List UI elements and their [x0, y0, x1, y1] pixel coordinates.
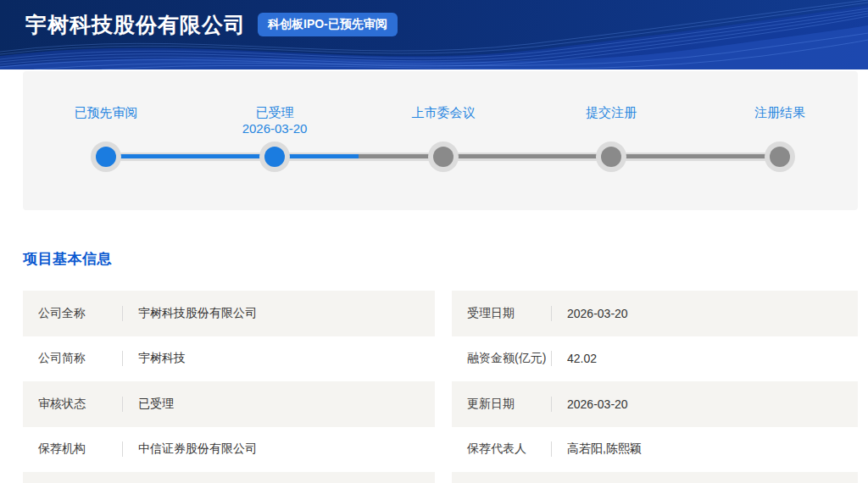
field-label: 保荐机构	[23, 441, 122, 457]
basic-info-table-left: 公司全称 宇树科技股份有限公司 公司简称 宇树科技 审核状态 已受理 保荐机构 …	[23, 291, 435, 483]
field-value: 高若阳,陈熙颖	[552, 441, 642, 457]
field-label: 受理日期	[452, 306, 551, 321]
field-label: 保荐代表人	[452, 441, 551, 457]
ipo-progress-timeline: 已预先审阅 已受理 2026-03-20 上市委会议 提交注册 注册结果	[23, 71, 858, 210]
section-title-basic-info: 项目基本信息	[23, 249, 112, 269]
table-row: 保荐代表人 高若阳,陈熙颖	[452, 427, 858, 473]
timeline-step-label: 已受理 2026-03-20	[242, 104, 308, 136]
timeline-dot-pending	[601, 147, 621, 167]
field-value: 中信证券股份有限公司	[123, 441, 257, 457]
field-value: 宇树科技	[123, 351, 186, 366]
field-label: 审核状态	[23, 397, 122, 412]
basic-info-table-right: 受理日期 2026-03-20 融资金额(亿元) 42.02 更新日期 2026…	[452, 291, 858, 483]
field-value: 宇树科技股份有限公司	[123, 306, 257, 321]
table-row: 公司简称 宇树科技	[23, 336, 435, 382]
timeline-dot-pending	[770, 147, 790, 167]
field-label: 更新日期	[452, 397, 551, 412]
timeline-step-label: 注册结果	[754, 104, 805, 120]
timeline-step-label: 上市委会议	[412, 104, 476, 120]
timeline-step-label: 提交注册	[586, 104, 637, 120]
hero-header: 宇树科技股份有限公司 科创板IPO-已预先审阅	[0, 0, 868, 69]
field-value: 42.02	[552, 352, 597, 365]
timeline-dot-done	[264, 147, 285, 167]
field-label: 公司全称	[23, 306, 122, 321]
timeline-step-label: 已预先审阅	[75, 104, 138, 120]
timeline-dot-pending	[433, 147, 453, 167]
table-row: 融资金额(亿元) 42.02	[452, 336, 858, 382]
timeline-remaining-line	[359, 154, 780, 158]
table-row: 审核状态 已受理	[23, 381, 435, 427]
status-badge: 科创板IPO-已预先审阅	[258, 13, 398, 36]
table-row: 更新日期 2026-03-20	[452, 381, 858, 427]
table-row-partial	[452, 472, 858, 483]
page: 宇树科技股份有限公司 科创板IPO-已预先审阅 已预先审阅 已受理 2026-0…	[0, 0, 868, 483]
table-row-partial	[23, 472, 435, 483]
timeline-dot-done	[96, 147, 116, 167]
field-value: 2026-03-20	[552, 307, 628, 320]
timeline-progress-line	[106, 154, 359, 158]
field-value: 2026-03-20	[552, 397, 628, 411]
table-row: 保荐机构 中信证券股份有限公司	[23, 427, 435, 473]
field-label: 融资金额(亿元)	[452, 351, 551, 366]
field-value: 已受理	[123, 397, 174, 412]
page-title: 宇树科技股份有限公司	[25, 0, 246, 49]
table-row: 受理日期 2026-03-20	[452, 291, 858, 336]
field-label: 公司简称	[23, 351, 122, 366]
table-row: 公司全称 宇树科技股份有限公司	[23, 291, 435, 336]
